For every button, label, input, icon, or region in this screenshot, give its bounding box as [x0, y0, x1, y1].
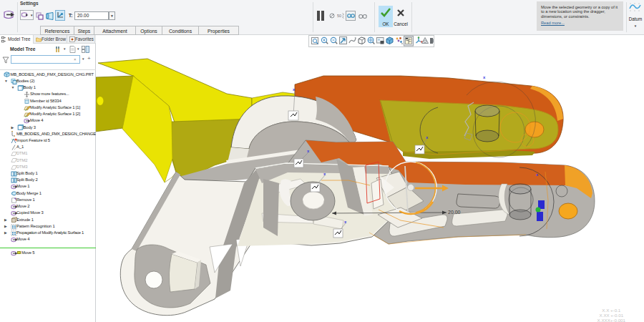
svg-text:x: x — [483, 75, 486, 79]
svg-text:20.00: 20.00 — [448, 210, 461, 215]
svg-text:50: 50 — [337, 14, 341, 18]
